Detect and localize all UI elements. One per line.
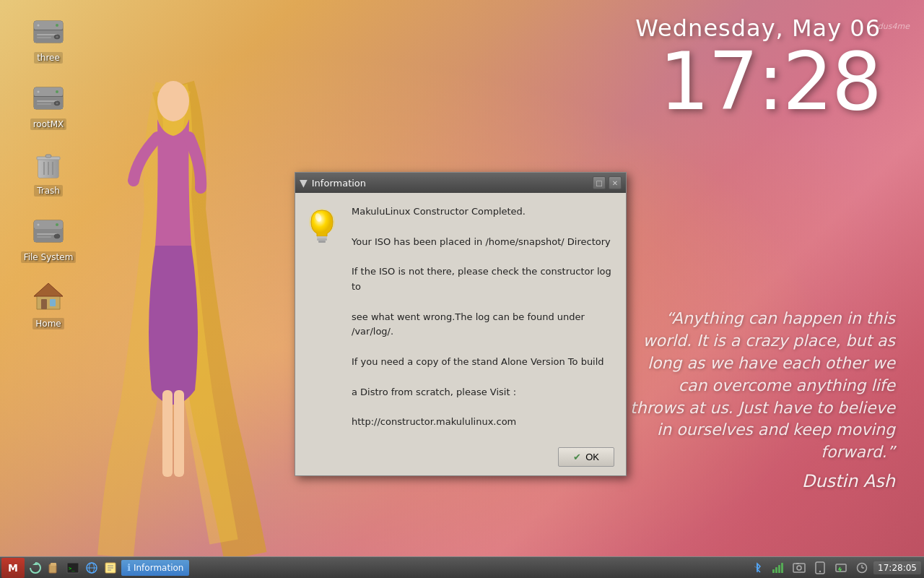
svg-rect-61 <box>772 569 775 573</box>
taskbar-clock-display: 17:28:05 <box>873 561 921 574</box>
dialog-line7: http://constructor.makululinux.com <box>352 415 614 430</box>
dialog-title-text: Information <box>312 178 366 189</box>
dialog-line1: MakuluLinux Constructor Completed. <box>352 204 614 220</box>
taskbar-device-icon[interactable] <box>812 560 828 576</box>
desktop-icon-trash[interactable]: Trash <box>16 147 81 197</box>
dialog-lightbulb-icon <box>307 207 341 242</box>
quote-text: “Anything can happen in this world. It i… <box>621 308 895 464</box>
dialog-maximize-button[interactable]: □ <box>593 176 606 189</box>
drive-icon-three <box>31 14 66 49</box>
home-icon <box>31 280 66 315</box>
taskbar-info-label: Information <box>134 563 183 573</box>
taskbar-icon-refresh[interactable] <box>27 560 43 576</box>
svg-rect-67 <box>796 563 799 564</box>
svg-point-69 <box>819 570 821 571</box>
svg-point-34 <box>54 234 60 238</box>
svg-point-4 <box>56 24 58 27</box>
svg-rect-44 <box>317 238 327 241</box>
information-dialog: ▼ Information □ ✕ <box>295 172 627 476</box>
svg-point-39 <box>157 81 189 121</box>
desktop-icon-filesystem[interactable]: File System <box>16 214 81 263</box>
svg-rect-17 <box>37 103 51 105</box>
time-display: 17:28 <box>635 42 881 121</box>
svg-point-30 <box>56 223 58 226</box>
taskbar-clock-icon[interactable] <box>854 560 870 576</box>
svg-point-15 <box>38 91 40 93</box>
dialog-body: MakuluLinux Constructor Completed. Your … <box>295 193 626 441</box>
dialog-title-arrow: ▼ <box>300 177 308 189</box>
svg-rect-3 <box>34 30 63 30</box>
taskbar-system-tray: 17:28:05 <box>748 560 924 576</box>
svg-rect-7 <box>37 37 51 38</box>
dialog-content: MakuluLinux Constructor Completed. Your … <box>352 204 614 430</box>
svg-rect-23 <box>45 155 51 158</box>
watermark: dus4me <box>878 22 910 31</box>
desktop: three rootMX <box>0 0 924 578</box>
trash-icon <box>31 147 66 182</box>
icon-label-three: three <box>34 52 63 64</box>
svg-rect-41 <box>174 390 184 477</box>
svg-point-5 <box>38 25 40 27</box>
svg-rect-49 <box>51 563 56 566</box>
svg-text:>_: >_ <box>69 566 75 571</box>
svg-rect-63 <box>778 565 780 573</box>
svg-rect-43 <box>317 236 327 238</box>
dialog-line4: see what went wrong.The log can be found… <box>352 310 614 340</box>
icon-label-trash: Trash <box>34 185 63 197</box>
dialog-title-left: ▼ Information <box>300 177 366 189</box>
svg-rect-33 <box>37 236 51 238</box>
quote-author: Dustin Ash <box>621 471 895 491</box>
svg-rect-32 <box>37 233 57 235</box>
desktop-icon-rootmx[interactable]: rootMX <box>16 81 81 130</box>
wallpaper-figure <box>72 65 274 556</box>
dialog-footer: ✔ OK <box>295 441 626 475</box>
taskbar-icon-terminal[interactable]: >_ <box>65 560 81 576</box>
info-icon-taskbar: ℹ <box>127 562 131 573</box>
svg-rect-70 <box>836 564 846 571</box>
svg-rect-13 <box>34 96 63 97</box>
svg-point-19 <box>56 103 58 104</box>
dialog-line5: If you need a copy of the stand Alone Ve… <box>352 355 614 370</box>
taskbar-screenshot-icon[interactable] <box>791 560 807 576</box>
dialog-controls: □ ✕ <box>593 176 622 189</box>
svg-rect-65 <box>793 564 805 572</box>
taskbar-icon-notes[interactable] <box>103 560 118 576</box>
icon-label-filesystem: File System <box>21 251 77 263</box>
checkmark-icon: ✔ <box>573 452 581 462</box>
taskbar-updates-icon[interactable] <box>833 560 849 576</box>
svg-rect-16 <box>37 100 57 102</box>
svg-point-31 <box>38 224 40 226</box>
taskbar-information-button[interactable]: ℹ Information <box>121 560 189 576</box>
desktop-icon-home[interactable]: Home <box>16 280 81 329</box>
dialog-titlebar: ▼ Information □ ✕ <box>295 173 626 193</box>
svg-rect-45 <box>318 241 326 243</box>
dialog-line3: If the ISO is not there, please check th… <box>352 264 614 295</box>
dialog-line6: a Distro from scratch, please Visit : <box>352 385 614 400</box>
taskbar-bluetooth-icon[interactable] <box>749 560 765 576</box>
ok-label: OK <box>585 452 599 462</box>
start-m-label: M <box>8 562 18 574</box>
svg-rect-64 <box>781 563 783 573</box>
taskbar-signal-icon[interactable] <box>770 560 786 576</box>
taskbar-icon-files[interactable] <box>46 560 62 576</box>
svg-marker-38 <box>34 283 63 296</box>
dialog-close-button[interactable]: ✕ <box>609 176 622 189</box>
ok-button[interactable]: ✔ OK <box>558 447 614 467</box>
taskbar-start-button[interactable]: M <box>1 558 25 578</box>
icon-label-rootmx: rootMX <box>30 118 67 130</box>
svg-rect-37 <box>50 299 56 306</box>
svg-point-66 <box>797 566 801 570</box>
svg-rect-6 <box>37 34 57 35</box>
taskbar: M >_ ℹ Information <box>0 556 924 578</box>
quote-area: “Anything can happen in this world. It i… <box>621 308 895 491</box>
svg-rect-36 <box>41 299 47 309</box>
svg-point-9 <box>56 36 58 38</box>
taskbar-icon-network[interactable] <box>84 560 100 576</box>
drive-icon-filesystem <box>31 214 66 249</box>
svg-rect-62 <box>775 567 777 573</box>
clock-area: Wednesday, May 06 17:28 <box>635 14 881 121</box>
desktop-icon-three[interactable]: three <box>16 14 81 64</box>
svg-rect-40 <box>162 390 173 477</box>
icon-label-home: Home <box>32 318 64 329</box>
svg-point-14 <box>56 90 58 93</box>
